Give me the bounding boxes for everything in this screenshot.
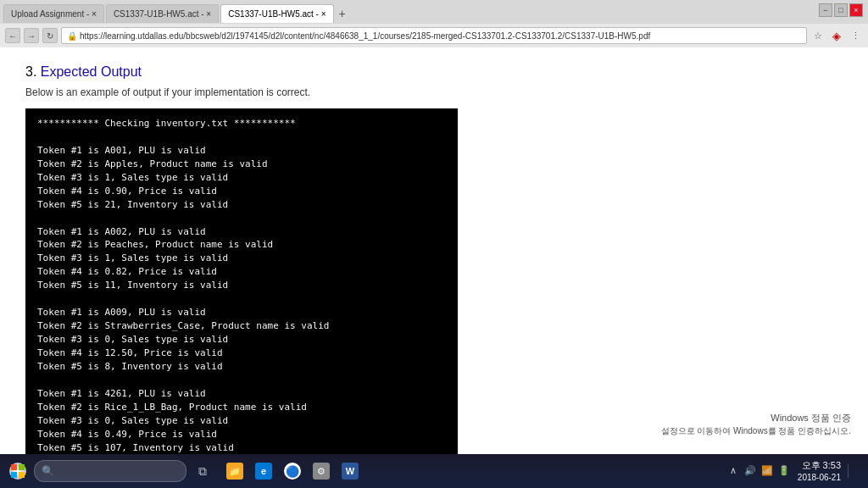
taskbar-search[interactable]: 🔍 <box>34 460 186 482</box>
taskbar-clock[interactable]: 오후 3:53 2018-06-21 <box>798 459 841 482</box>
section-description: Below is an example of output if your im… <box>25 86 843 98</box>
forward-button[interactable]: → <box>24 28 39 43</box>
taskbar-right: ∧ 🔊 📶 🔋 오후 3:53 2018-06-21 <box>726 459 863 482</box>
maximize-button[interactable]: □ <box>834 3 848 17</box>
menu-icon[interactable]: ⋮ <box>848 28 863 43</box>
address-bar-row: ← → ↻ 🔒 https://learning.utdallas.edu/bb… <box>0 24 868 47</box>
back-button[interactable]: ← <box>5 28 20 43</box>
svg-rect-3 <box>19 472 25 478</box>
tab-3[interactable]: CS1337-U1B-HW5.act - × <box>220 4 333 23</box>
svg-rect-2 <box>11 472 17 478</box>
settings-icon: ⚙ <box>313 463 330 480</box>
tab-bar: Upload Assignment - × CS1337-U1B-HW5.act… <box>0 0 868 47</box>
tray-overflow-icon[interactable]: ∧ <box>726 464 740 478</box>
window-controls: − □ × <box>819 3 863 17</box>
new-tab-button[interactable]: + <box>336 7 349 20</box>
task-view-button[interactable]: ⧉ <box>190 458 215 484</box>
tab-2-label: CS1337-U1B-HW5.act - × <box>114 9 211 19</box>
windows-watermark: Windows 정품 인증 설정으로 이동하여 Windows를 정품 인증하십… <box>661 411 851 438</box>
address-text: https://learning.utdallas.edu/bbcsweb/d2… <box>80 31 650 41</box>
taskbar-app-word[interactable]: W <box>337 458 363 484</box>
section-title-text: Expected Output <box>41 64 142 79</box>
windows-logo <box>9 463 26 480</box>
start-button[interactable] <box>5 458 31 484</box>
minimize-button[interactable]: − <box>819 3 832 17</box>
chrome-icon: 🔵 <box>284 463 301 480</box>
clock-date: 2018-06-21 <box>798 472 841 483</box>
system-tray: ∧ 🔊 📶 🔋 <box>726 464 791 478</box>
edge-icon: e <box>255 463 272 480</box>
search-icon: 🔍 <box>42 465 54 477</box>
show-desktop-button[interactable] <box>848 464 856 478</box>
tab-2[interactable]: CS1337-U1B-HW5.act - × <box>106 4 219 23</box>
extensions-icon[interactable]: ◈ <box>829 28 844 43</box>
terminal-text: *********** Checking inventory.txt *****… <box>37 117 446 454</box>
taskbar-app-file-explorer[interactable]: 📁 <box>222 458 248 484</box>
task-view-icon: ⧉ <box>198 464 207 479</box>
watermark-line1: Windows 정품 인증 <box>661 411 851 425</box>
tray-network-icon[interactable]: 📶 <box>760 464 774 478</box>
word-icon: W <box>342 463 359 480</box>
lock-icon: 🔒 <box>67 31 77 41</box>
terminal-output-box: *********** Checking inventory.txt *****… <box>25 108 458 454</box>
taskbar-app-chrome[interactable]: 🔵 <box>280 458 305 484</box>
tab-1-label: Upload Assignment - × <box>11 9 97 19</box>
watermark-line2: 설정으로 이동하여 Windows를 정품 인증하십시오. <box>661 424 851 437</box>
section-title: 3. Expected Output <box>25 64 843 80</box>
page-content-area: 3. Expected Output Below is an example o… <box>0 47 868 454</box>
bookmark-icon[interactable]: ☆ <box>810 28 826 43</box>
taskbar: 🔍 ⧉ 📁 e 🔵 <box>0 454 868 488</box>
tab-3-label: CS1337-U1B-HW5.act - × <box>228 9 326 19</box>
browser-window: Upload Assignment - × CS1337-U1B-HW5.act… <box>0 0 868 488</box>
close-button[interactable]: × <box>849 3 863 17</box>
svg-rect-1 <box>19 464 25 470</box>
taskbar-app-edge[interactable]: e <box>251 458 276 484</box>
clock-time: 오후 3:53 <box>798 459 841 471</box>
address-bar[interactable]: 🔒 https://learning.utdallas.edu/bbcsweb/… <box>61 27 807 44</box>
tab-1[interactable]: Upload Assignment - × <box>3 4 104 23</box>
svg-rect-0 <box>11 464 17 470</box>
file-explorer-icon: 📁 <box>226 463 243 480</box>
tray-battery-icon[interactable]: 🔋 <box>777 464 791 478</box>
tray-volume-icon[interactable]: 🔊 <box>743 464 757 478</box>
section-number: 3. <box>25 64 36 79</box>
taskbar-apps: 📁 e 🔵 ⚙ W <box>222 458 363 484</box>
refresh-button[interactable]: ↻ <box>42 28 58 43</box>
taskbar-app-settings[interactable]: ⚙ <box>309 458 334 484</box>
